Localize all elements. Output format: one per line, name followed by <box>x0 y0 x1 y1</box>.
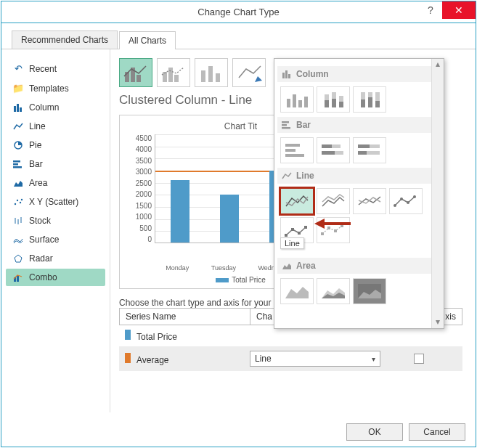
tab-recommended-charts[interactable]: Recommended Charts <box>12 30 118 49</box>
svg-point-10 <box>20 202 21 203</box>
combo-icon <box>12 273 25 282</box>
gallery-item-stacked-column[interactable] <box>317 86 350 113</box>
nav-stock[interactable]: Stock <box>6 212 105 229</box>
svg-rect-29 <box>288 74 290 78</box>
subtype-column-line-secondary[interactable] <box>157 58 190 87</box>
svg-rect-49 <box>285 144 300 147</box>
svg-rect-20 <box>136 75 141 82</box>
svg-rect-6 <box>13 166 22 168</box>
nav-bar[interactable]: Bar <box>6 155 105 173</box>
svg-rect-41 <box>361 99 365 107</box>
svg-rect-1 <box>17 104 19 112</box>
svg-point-60 <box>394 204 396 207</box>
svg-rect-53 <box>322 144 332 148</box>
gallery-item-line[interactable] <box>280 188 314 214</box>
close-button[interactable]: ✕ <box>442 1 476 19</box>
gallery-item-clustered-column[interactable] <box>280 86 314 113</box>
svg-rect-48 <box>282 127 290 129</box>
svg-rect-70 <box>334 229 337 232</box>
gallery-group-area: Area <box>277 258 441 274</box>
surface-icon <box>12 235 25 244</box>
gallery-item-100-stacked-line[interactable] <box>353 188 386 214</box>
nav-column[interactable]: Column <box>6 99 105 116</box>
svg-rect-35 <box>325 100 329 107</box>
svg-rect-31 <box>293 94 296 107</box>
nav-area[interactable]: Area <box>6 174 105 192</box>
dialog-footer: OK Cancel <box>346 423 465 441</box>
svg-rect-2 <box>20 107 22 112</box>
column-icon <box>282 70 292 78</box>
svg-rect-59 <box>358 151 367 155</box>
gallery-group-line: Line <box>277 168 441 184</box>
svg-rect-26 <box>216 73 220 82</box>
svg-rect-55 <box>322 151 335 155</box>
right-panel: Clustered Column - Line Chart Tit 450040… <box>110 49 476 412</box>
gallery-item-area[interactable] <box>280 278 314 304</box>
svg-rect-45 <box>375 101 380 107</box>
radar-icon <box>12 254 25 263</box>
dialog-body: ↶Recent 📁Templates Column Line Pie Bar A… <box>1 49 476 412</box>
svg-point-9 <box>17 200 18 201</box>
nav-combo[interactable]: Combo <box>6 269 105 286</box>
subtype-clustered-column-line[interactable] <box>119 58 152 87</box>
help-button[interactable]: ? <box>419 1 442 19</box>
gallery-item-clustered-bar[interactable] <box>280 137 314 163</box>
folder-icon: 📁 <box>12 83 25 94</box>
line-icon <box>282 171 292 180</box>
svg-rect-69 <box>327 227 330 229</box>
tabs: Recommended Charts All Charts <box>1 23 476 49</box>
nav-surface[interactable]: Surface <box>6 231 105 248</box>
gallery-group-bar: Bar <box>277 117 441 133</box>
svg-rect-4 <box>13 160 20 163</box>
ok-button[interactable]: OK <box>346 423 403 441</box>
svg-rect-66 <box>298 232 301 235</box>
nav-pie[interactable]: Pie <box>6 137 105 154</box>
secondary-axis-checkbox-average[interactable] <box>414 354 424 364</box>
dialog-title: Change Chart Type <box>1 7 476 17</box>
svg-rect-46 <box>282 121 289 123</box>
svg-marker-7 <box>14 181 23 187</box>
svg-rect-57 <box>358 144 370 148</box>
svg-rect-51 <box>285 154 304 157</box>
nav-templates[interactable]: 📁Templates <box>6 79 105 97</box>
recent-icon: ↶ <box>12 63 25 74</box>
gallery-item-line-markers[interactable] <box>389 188 423 214</box>
bar-monday <box>171 180 189 243</box>
gallery-item-stacked-bar[interactable] <box>317 137 350 163</box>
line-icon <box>12 122 25 131</box>
bar-icon <box>12 160 25 168</box>
gallery-item-stacked-area[interactable] <box>317 278 350 304</box>
nav-recent[interactable]: ↶Recent <box>6 60 105 78</box>
series-swatch-blue <box>125 330 131 340</box>
svg-rect-33 <box>304 97 308 107</box>
nav-scatter[interactable]: X Y (Scatter) <box>6 193 105 211</box>
gallery-item-100-stacked-column[interactable] <box>353 86 386 113</box>
pie-icon <box>12 141 25 150</box>
subtype-custom[interactable] <box>232 58 266 87</box>
gallery-item-100-stacked-bar[interactable] <box>353 137 386 163</box>
svg-rect-22 <box>168 68 173 82</box>
svg-point-61 <box>400 197 403 200</box>
subtype-stacked-area-column[interactable] <box>195 58 228 87</box>
nav-line[interactable]: Line <box>6 118 105 135</box>
y-axis-labels: 450040003500300025002000150010005000 <box>129 134 155 243</box>
legend-swatch-totalprice <box>216 278 229 282</box>
svg-rect-71 <box>341 224 343 227</box>
series-row-average: Average Line ▾ <box>119 346 462 371</box>
svg-rect-32 <box>298 100 302 107</box>
cancel-button[interactable]: Cancel <box>409 423 465 441</box>
chart-type-dropdown-average[interactable]: Line ▾ <box>250 351 380 367</box>
scatter-icon <box>12 197 25 206</box>
stock-icon <box>12 216 25 225</box>
gallery-item-100-stacked-line-markers[interactable] <box>317 217 350 243</box>
gallery-group-column: Column <box>277 66 441 82</box>
chevron-down-icon: ▾ <box>372 355 375 363</box>
change-chart-type-dialog: Change Chart Type ? ✕ Recommended Charts… <box>1 1 476 447</box>
nav-radar[interactable]: Radar <box>6 250 105 267</box>
gallery-item-100-stacked-area[interactable] <box>353 278 386 304</box>
svg-rect-28 <box>285 70 288 78</box>
bar-tuesday <box>220 195 239 243</box>
gallery-item-stacked-line[interactable] <box>317 188 350 214</box>
gallery-scrollbar[interactable]: ▴ ▾ <box>431 59 444 328</box>
tab-all-charts[interactable]: All Charts <box>119 31 176 49</box>
